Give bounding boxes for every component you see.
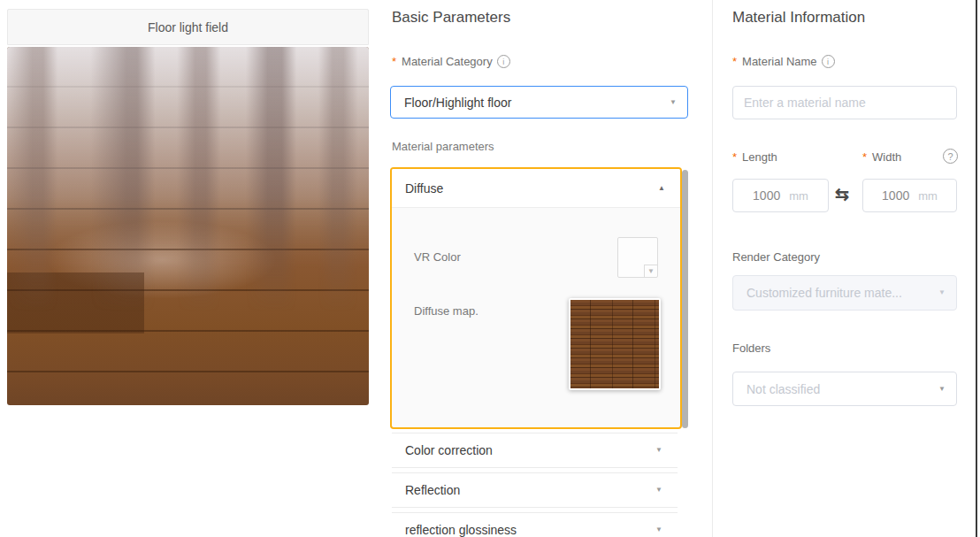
chevron-up-icon: ▲ bbox=[658, 185, 665, 192]
chevron-down-icon: ▼ bbox=[655, 526, 662, 533]
info-icon[interactable]: i bbox=[822, 55, 835, 68]
length-unit: mm bbox=[789, 189, 808, 203]
preview-title: Floor light field bbox=[148, 20, 228, 35]
width-value: 1000 bbox=[882, 188, 909, 203]
color-dropdown-corner: ▼ bbox=[644, 265, 657, 277]
folders-value: Not classified bbox=[746, 382, 938, 396]
chevron-down-icon: ▼ bbox=[938, 289, 946, 296]
question-icon[interactable]: ? bbox=[943, 149, 958, 164]
render-category-select: Customized furniture mate... ▼ bbox=[732, 275, 957, 311]
chevron-down-icon: ▼ bbox=[655, 487, 662, 494]
vr-color-label: VR Color bbox=[414, 250, 461, 264]
required-marker: * bbox=[392, 55, 396, 68]
diffuse-map-thumbnail[interactable] bbox=[569, 298, 661, 390]
scrollbar-thumb[interactable] bbox=[682, 170, 688, 428]
basic-parameters-heading: Basic Parameters bbox=[392, 9, 510, 27]
length-input[interactable]: 1000 mm bbox=[732, 179, 829, 212]
accordion-reflection[interactable]: Reflection ▼ bbox=[392, 472, 678, 508]
length-value: 1000 bbox=[753, 188, 780, 203]
material-editor: Floor light field Basic Parameters * Mat… bbox=[0, 0, 980, 537]
accordion-color-correction[interactable]: Color correction ▼ bbox=[392, 433, 678, 468]
chevron-down-icon: ▼ bbox=[670, 99, 677, 106]
material-category-select[interactable]: Floor/Highlight floor ▼ bbox=[390, 86, 688, 119]
preview-title-bar: Floor light field bbox=[7, 9, 369, 45]
required-marker: * bbox=[732, 150, 737, 164]
material-name-input[interactable] bbox=[732, 86, 957, 119]
required-marker: * bbox=[862, 150, 867, 164]
folders-label: Folders bbox=[732, 341, 770, 355]
diffuse-panel: Diffuse ▲ VR Color ▼ Diffuse map. bbox=[390, 167, 682, 429]
material-information-heading: Material Information bbox=[732, 9, 865, 27]
render-category-value: Customized furniture mate... bbox=[746, 286, 938, 300]
chevron-down-icon: ▼ bbox=[647, 268, 655, 275]
diffuse-map-label: Diffuse map. bbox=[414, 304, 479, 318]
folders-select[interactable]: Not classified ▼ bbox=[732, 372, 957, 406]
width-input[interactable]: 1000 mm bbox=[862, 179, 957, 212]
diffuse-accordion-header[interactable]: Diffuse ▲ bbox=[392, 169, 680, 208]
accordion-reflection-glossiness[interactable]: reflection glossiness ▼ bbox=[392, 512, 678, 537]
material-preview-image[interactable] bbox=[7, 47, 369, 405]
vr-color-swatch[interactable]: ▼ bbox=[617, 237, 658, 278]
material-parameters-label: Material parameters bbox=[392, 140, 494, 153]
material-category-label: * Material Category i bbox=[392, 55, 510, 68]
info-icon[interactable]: i bbox=[497, 55, 510, 68]
diffuse-title: Diffuse bbox=[405, 181, 443, 196]
width-unit: mm bbox=[918, 189, 938, 203]
material-name-label: * Material Name i bbox=[732, 55, 835, 68]
width-label: * Width bbox=[862, 150, 901, 164]
render-category-label: Render Category bbox=[732, 250, 820, 264]
material-category-value: Floor/Highlight floor bbox=[404, 96, 670, 110]
preview-reflection-overlay bbox=[7, 47, 369, 405]
chevron-down-icon: ▼ bbox=[938, 386, 946, 393]
swap-dimensions-icon[interactable]: ⇆ bbox=[835, 184, 849, 204]
length-label: * Length bbox=[732, 150, 777, 164]
window-right-edge bbox=[976, 0, 977, 537]
chevron-down-icon: ▼ bbox=[655, 447, 662, 454]
required-marker: * bbox=[732, 55, 737, 68]
column-divider bbox=[712, 0, 713, 537]
